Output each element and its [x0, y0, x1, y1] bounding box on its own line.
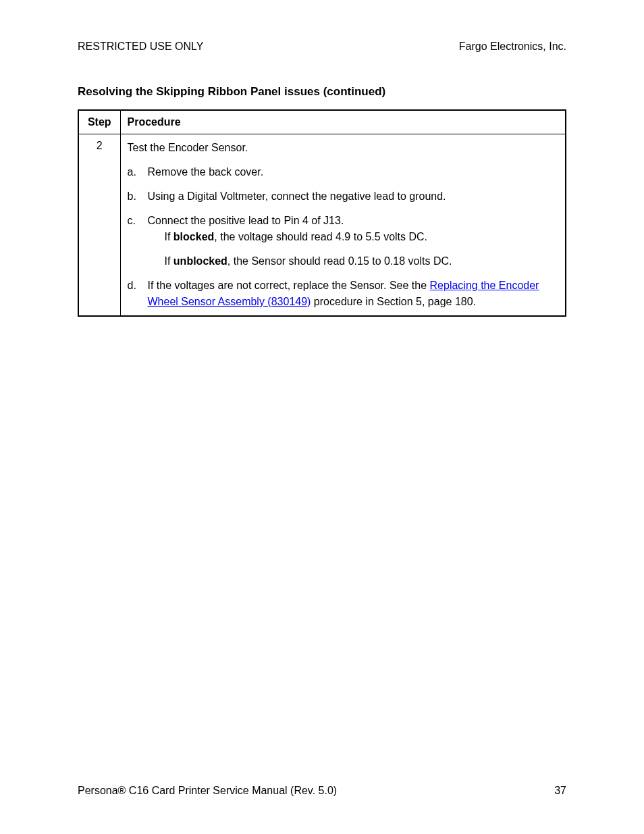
section-title: Resolving the Skipping Ribbon Panel issu…: [78, 85, 566, 99]
page-footer: Persona® C16 Card Printer Service Manual…: [78, 785, 566, 797]
table-row: 2 Test the Encoder Sensor. a. Remove the…: [78, 134, 566, 317]
procedure-list: a. Remove the back cover. b. Using a Dig…: [128, 164, 559, 229]
d-post: procedure in Section 5, page 180.: [311, 296, 476, 307]
d-pre: If the voltages are not correct, replace…: [148, 280, 430, 291]
header-right: Fargo Electronics, Inc.: [459, 41, 566, 53]
sub-bold: unblocked: [173, 255, 227, 267]
sub-pre: If: [165, 231, 173, 242]
sub-bold: blocked: [173, 231, 214, 242]
sub-post: , the voltage should read 4.9 to 5.5 vol…: [214, 231, 427, 242]
list-body: Remove the back cover.: [148, 164, 559, 180]
page-number: 37: [554, 785, 566, 797]
procedure-cell: Test the Encoder Sensor. a. Remove the b…: [120, 134, 566, 317]
list-body: Connect the positive lead to Pin 4 of J1…: [148, 213, 559, 229]
header-left: RESTRICTED USE ONLY: [78, 41, 203, 53]
footer-manual-title: C16 Card Printer Service Manual (Rev. 5.…: [126, 785, 337, 796]
list-marker: c.: [128, 213, 148, 229]
procedure-list-continued: d. If the voltages are not correct, repl…: [128, 278, 559, 310]
procedure-intro: Test the Encoder Sensor.: [128, 140, 559, 156]
table-header-row: Step Procedure: [78, 110, 566, 134]
list-marker: a.: [128, 164, 148, 180]
sub-pre: If: [165, 255, 173, 267]
list-marker: d.: [128, 278, 148, 310]
footer-brand: Persona: [78, 785, 118, 796]
procedure-table: Step Procedure 2 Test the Encoder Sensor…: [78, 109, 566, 317]
col-procedure-header: Procedure: [120, 110, 566, 134]
list-item: d. If the voltages are not correct, repl…: [128, 278, 559, 310]
list-item: b. Using a Digital Voltmeter, connect th…: [128, 188, 559, 205]
footer-left: Persona® C16 Card Printer Service Manual…: [78, 785, 337, 797]
sub-item: If unblocked, the Sensor should read 0.1…: [128, 253, 559, 269]
list-body: Using a Digital Voltmeter, connect the n…: [148, 188, 559, 205]
list-item: c. Connect the positive lead to Pin 4 of…: [128, 213, 559, 229]
sub-post: , the Sensor should read 0.15 to 0.18 vo…: [227, 255, 452, 267]
page-header: RESTRICTED USE ONLY Fargo Electronics, I…: [78, 41, 566, 53]
step-number-cell: 2: [78, 134, 120, 317]
list-marker: b.: [128, 188, 148, 205]
list-item: a. Remove the back cover.: [128, 164, 559, 180]
sub-item: If blocked, the voltage should read 4.9 …: [128, 229, 559, 245]
registered-symbol: ®: [118, 785, 126, 796]
col-step-header: Step: [78, 110, 120, 134]
list-body: If the voltages are not correct, replace…: [148, 278, 559, 310]
